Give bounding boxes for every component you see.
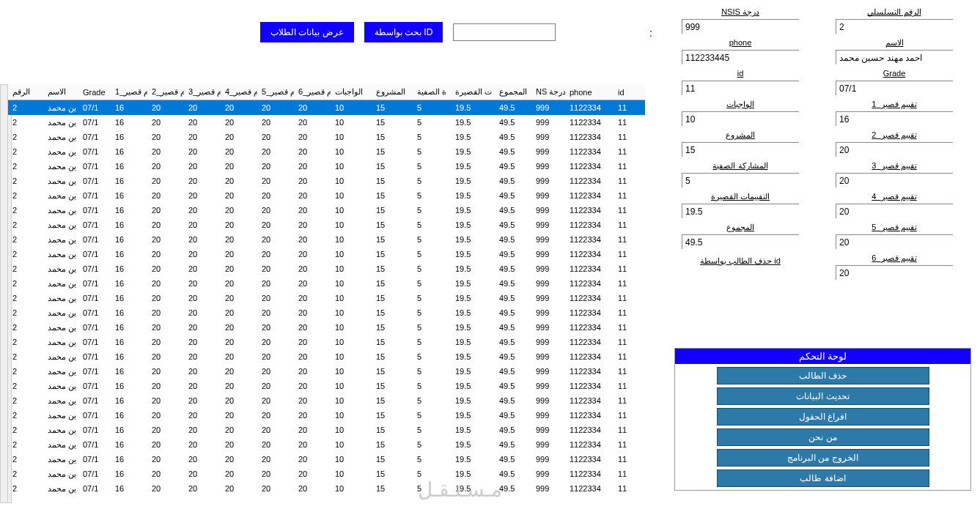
grid-cell: 16 xyxy=(111,440,147,449)
field-input[interactable] xyxy=(682,204,799,218)
grid-header-cell[interactable]: م قصير_6 xyxy=(294,87,331,97)
field-input[interactable] xyxy=(836,111,953,126)
grid-cell: 10 xyxy=(331,440,372,449)
grid-header-cell[interactable]: المجموع xyxy=(495,87,531,97)
grid-header-cell[interactable]: NS درجة xyxy=(531,87,565,97)
table-row[interactable]: 2ين محمد07/11620202020201015519.549.5999… xyxy=(8,423,645,437)
table-row[interactable]: 2ين محمد07/11620202020201015519.549.5999… xyxy=(8,452,645,467)
field-input[interactable] xyxy=(682,173,799,187)
field-input[interactable] xyxy=(836,50,953,64)
table-row[interactable]: 2ين محمد07/11620202020201015519.549.5999… xyxy=(8,218,645,232)
table-row[interactable]: 2ين محمد07/11620202020201015519.549.5999… xyxy=(8,247,645,261)
table-row[interactable]: 2ين محمد07/11620202020201015519.549.5999… xyxy=(8,203,645,218)
field-input[interactable] xyxy=(682,50,799,64)
grid-header-cell[interactable]: Grade xyxy=(78,88,111,97)
table-row[interactable]: 2ين محمد07/11620202020201015519.549.5999… xyxy=(8,115,645,130)
grid-cell: 20 xyxy=(294,426,331,434)
control-panel-button[interactable]: تحديث البيانات xyxy=(717,387,929,405)
grid-cell: 10 xyxy=(331,235,372,244)
table-row[interactable]: 2ين محمد07/11620202020201015519.549.5999… xyxy=(8,408,645,423)
grid-header-cell[interactable]: الرقم xyxy=(8,87,43,97)
grid-cell: 20 xyxy=(147,191,184,200)
table-row[interactable]: 2ين محمد07/11620202020201015519.549.5999… xyxy=(8,174,645,188)
table-row[interactable]: 2ين محمد07/11620202020201015519.549.5999… xyxy=(8,232,645,247)
table-row[interactable]: 2ين محمد07/11620202020201015519.549.5999… xyxy=(8,144,645,159)
grid-cell: 19.5 xyxy=(451,338,495,346)
field-input[interactable] xyxy=(682,81,799,95)
control-panel-button[interactable]: حذف الطالب xyxy=(717,367,929,384)
field-input[interactable] xyxy=(836,19,953,34)
view-students-button[interactable]: عرض بيانات الطلاب xyxy=(260,22,354,42)
control-panel-button[interactable]: الخروج من البرنامج xyxy=(717,449,929,467)
table-row[interactable]: 2ين محمد07/11620202020201015519.549.5999… xyxy=(8,291,645,305)
table-row[interactable]: 2ين محمد07/11620202020201015519.549.5999… xyxy=(8,305,645,320)
grid-header-cell[interactable]: id xyxy=(614,88,635,97)
table-row[interactable]: 2ين محمد07/11620202020201015519.549.5999… xyxy=(8,261,645,276)
table-row[interactable]: 2ين محمد07/11620202020201015519.549.5999… xyxy=(8,188,645,203)
table-row[interactable]: 2ين محمد07/11620202020201015519.549.5999… xyxy=(8,159,645,174)
control-panel-button[interactable]: افراغ الحقول xyxy=(717,408,929,426)
grid-header-cell[interactable]: م قصير_4 xyxy=(221,87,257,97)
grid-cell: 10 xyxy=(331,469,372,478)
table-row[interactable]: 2ين محمد07/11620202020201015519.549.5999… xyxy=(8,437,645,452)
grid-cell: 2 xyxy=(8,484,43,493)
field-input[interactable] xyxy=(836,81,953,95)
grid-cell: 999 xyxy=(531,469,565,478)
field-input[interactable] xyxy=(682,111,799,126)
field-input[interactable] xyxy=(682,142,799,157)
grid-header-cell[interactable]: الواجبات xyxy=(331,87,372,97)
grid-cell: 2 xyxy=(8,367,43,376)
field-input[interactable] xyxy=(836,173,953,187)
grid-cell: 07/1 xyxy=(78,220,111,229)
grid-cell: 49.5 xyxy=(495,323,531,332)
control-panel-button[interactable]: من نحن xyxy=(717,428,929,446)
grid-cell: 1122334 xyxy=(565,235,614,244)
grid-header-cell[interactable]: م قصير_1 xyxy=(111,87,147,97)
grid-cell: 20 xyxy=(147,338,184,346)
grid-cell: 19.5 xyxy=(451,264,495,273)
table-row[interactable]: 2ين محمد07/11620202020201015519.549.5999… xyxy=(8,100,645,115)
grid-cell: ين محمد xyxy=(43,367,78,376)
table-row[interactable]: 2ين محمد07/11620202020201015519.549.5999… xyxy=(8,379,645,393)
grid-cell: 07/1 xyxy=(78,177,111,185)
field-input[interactable] xyxy=(836,204,953,218)
grid-header-cell[interactable]: phone xyxy=(565,88,614,97)
grid-body[interactable]: 2ين محمد07/11620202020201015519.549.5999… xyxy=(8,100,645,502)
grid-cell: 11 xyxy=(614,103,635,112)
grid-cell: 20 xyxy=(147,396,184,405)
search-input[interactable] xyxy=(453,23,556,41)
grid-header-cell[interactable]: م قصير_3 xyxy=(184,87,221,97)
grid-cell: 999 xyxy=(531,455,565,464)
grid-cell: 1122334 xyxy=(565,162,614,171)
control-panel-button[interactable]: اضافة طالب xyxy=(717,469,929,487)
grid-header-cell[interactable]: م قصير_2 xyxy=(147,87,184,97)
table-row[interactable]: 2ين محمد07/11620202020201015519.549.5999… xyxy=(8,276,645,291)
table-row[interactable]: 2ين محمد07/11620202020201015519.549.5999… xyxy=(8,467,645,481)
field-input[interactable] xyxy=(836,234,953,249)
field-label: Grade xyxy=(836,69,953,80)
grid-header-cell[interactable]: الاسم xyxy=(43,87,78,97)
field-input[interactable] xyxy=(682,234,799,249)
table-row[interactable]: 2ين محمد07/11620202020201015519.549.5999… xyxy=(8,335,645,349)
field-input[interactable] xyxy=(836,142,953,157)
grid-cell: 10 xyxy=(331,367,372,376)
table-row[interactable]: 2ين محمد07/11620202020201015519.549.5999… xyxy=(8,364,645,379)
grid-header-cell[interactable]: ة الصفية xyxy=(413,87,451,97)
field-input[interactable] xyxy=(836,265,953,280)
table-row[interactable]: 2ين محمد07/11620202020201015519.549.5999… xyxy=(8,130,645,144)
data-grid[interactable]: الرقمالاسمGradeم قصير_1م قصير_2م قصير_3م… xyxy=(7,84,645,503)
grid-cell: 16 xyxy=(111,133,147,141)
grid-header-cell[interactable]: ت القصيرة xyxy=(451,87,495,97)
field-input[interactable] xyxy=(682,19,799,34)
table-row[interactable]: 2ين محمد07/11620202020201015519.549.5999… xyxy=(8,349,645,364)
search-by-id-button[interactable]: بحث بواسطة ID xyxy=(364,22,443,42)
table-row[interactable]: 2ين محمد07/11620202020201015519.549.5999… xyxy=(8,393,645,408)
grid-cell: 20 xyxy=(147,133,184,141)
table-row[interactable]: 2ين محمد07/11620202020201015519.549.5999… xyxy=(8,481,645,496)
grid-cell: 20 xyxy=(257,177,294,185)
table-row[interactable]: 2ين محمد07/11620202020201015519.549.5999… xyxy=(8,320,645,335)
grid-header-cell[interactable]: م قصير_5 xyxy=(257,87,294,97)
grid-cell: 20 xyxy=(184,162,221,171)
grid-cell: 2 xyxy=(8,133,43,141)
grid-header-cell[interactable]: المشروع xyxy=(372,87,413,97)
